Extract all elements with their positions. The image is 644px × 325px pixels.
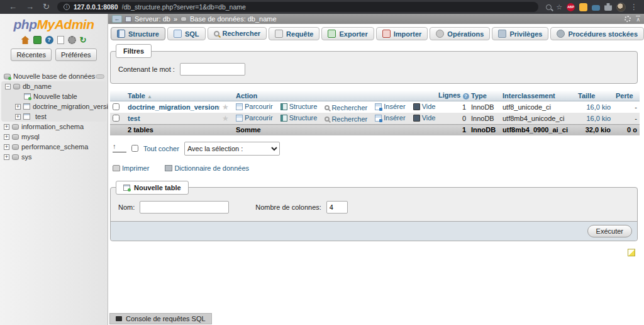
back-icon[interactable]: ←	[5, 0, 21, 14]
extension-icon-teal[interactable]	[592, 5, 600, 11]
size-link[interactable]: 16,0 kio	[586, 103, 611, 111]
bookmark-star-icon[interactable]: ☆	[556, 3, 562, 11]
column-header-table[interactable]: Table ▲	[125, 90, 219, 101]
adblock-extension-icon[interactable]: ABP	[567, 3, 575, 11]
tab-routines[interactable]: Procédures stockées	[550, 27, 644, 40]
site-info-icon[interactable]: i	[64, 4, 70, 10]
print-link[interactable]: Imprimer	[113, 164, 149, 172]
search-action[interactable]: Rechercher	[325, 115, 367, 123]
database-icon	[12, 134, 19, 140]
open-window-icon[interactable]	[628, 249, 635, 256]
new-table-legend: Nouvelle table	[116, 181, 189, 195]
column-header-size[interactable]: Taille	[575, 90, 613, 101]
tree-item-test[interactable]: + test	[1, 111, 106, 122]
columns-count-input[interactable]	[326, 201, 348, 214]
expand-expander-icon[interactable]: +	[4, 134, 9, 140]
tree-item-mysql[interactable]: + mysql	[0, 132, 108, 142]
help-icon[interactable]: ?	[463, 93, 469, 100]
column-header-overhead[interactable]: Perte	[613, 90, 640, 101]
tab-import[interactable]: Importer	[376, 27, 428, 40]
tree-item-information-schema[interactable]: + information_schema	[0, 122, 108, 132]
breadcrumb-server[interactable]: Serveur: db	[135, 15, 170, 23]
expand-expander-icon[interactable]: +	[4, 154, 9, 160]
column-header-rows[interactable]: Lignes ?	[436, 90, 469, 101]
extensions-puzzle-icon[interactable]	[604, 3, 612, 11]
tab-sql[interactable]: SQL	[167, 27, 206, 40]
sql-console-toggle[interactable]: Console de requêtes SQL	[109, 313, 212, 324]
column-header-collation[interactable]: Interclassement	[500, 90, 575, 101]
empty-action[interactable]: Vider	[413, 114, 436, 122]
recent-tables-button[interactable]: Récentes	[11, 48, 51, 61]
logout-icon[interactable]	[33, 36, 42, 44]
tree-item-new-table[interactable]: Nouvelle table	[1, 91, 106, 101]
info-icon[interactable]: ?	[45, 36, 53, 44]
check-all-checkbox[interactable]	[131, 145, 138, 152]
url-bar[interactable]: i 127.0.0.1:8080 /db_structure.php?serve…	[57, 2, 538, 12]
profile-avatar[interactable]	[616, 3, 626, 12]
extension-icon-yellow[interactable]	[579, 3, 587, 11]
tree-item-db-name[interactable]: − db_name	[1, 81, 106, 91]
insert-action[interactable]: Insérer	[375, 103, 405, 110]
column-header-type[interactable]: Type	[469, 90, 500, 101]
tree-item-doctrine-migration-versions[interactable]: + doctrine_migration_versions	[1, 101, 106, 111]
phpmyadmin-logo[interactable]: phpMyAdmin	[0, 14, 108, 32]
expand-expander-icon[interactable]: +	[4, 124, 9, 130]
forward-icon[interactable]: →	[22, 0, 38, 14]
browser-menu-icon[interactable]: ⋮	[630, 3, 638, 11]
sidebar-collapse-icon[interactable]	[96, 74, 104, 79]
reload-icon[interactable]: ↻	[39, 0, 53, 14]
favorite-tables-button[interactable]: Préférées	[55, 48, 97, 61]
tab-label: Procédures stockées	[568, 30, 638, 38]
browse-action[interactable]: Parcourir	[236, 114, 273, 122]
header-checkbox-col	[110, 90, 125, 101]
size-link[interactable]: 16,0 kio	[586, 115, 611, 122]
execute-button[interactable]: Exécuter	[587, 225, 632, 237]
with-selected-select[interactable]: Avec la sélection :	[184, 142, 280, 156]
empty-action[interactable]: Vider	[413, 103, 436, 110]
utility-links: Imprimer Dictionnaire de données	[113, 164, 638, 172]
structure-action[interactable]: Structure	[280, 103, 318, 110]
tab-bar: Structure SQL Rechercher Requête Exporte…	[108, 24, 644, 43]
expand-expander-icon[interactable]: +	[15, 104, 21, 110]
data-dictionary-link[interactable]: Dictionnaire de données	[165, 164, 249, 172]
tree-item-new-database[interactable]: Nouvelle base de données	[0, 71, 108, 81]
collapse-expander-icon[interactable]: −	[5, 84, 11, 89]
filter-word-input[interactable]	[180, 63, 245, 76]
scroll-top-icon[interactable]: ∧	[636, 16, 640, 23]
console-label: Console de requêtes SQL	[126, 315, 206, 322]
structure-action[interactable]: Structure	[280, 114, 318, 122]
table-name-link[interactable]: doctrine_migration_versions	[128, 103, 219, 111]
row-checkbox[interactable]	[113, 103, 119, 110]
browse-action[interactable]: Parcourir	[236, 103, 273, 110]
favorite-star-icon[interactable]: ★	[222, 114, 229, 123]
page-settings-gear-icon[interactable]	[625, 16, 631, 22]
row-checkbox[interactable]	[113, 115, 119, 122]
refresh-icon[interactable]: ↻	[80, 36, 87, 44]
expand-expander-icon[interactable]: +	[4, 144, 9, 150]
breadcrumb-database[interactable]: Base de données: db_name	[190, 15, 277, 23]
favorite-star-icon[interactable]: ★	[222, 103, 229, 111]
tab-privileges[interactable]: Privilèges	[492, 27, 548, 40]
structure-icon	[280, 103, 287, 110]
column-header-action: Action	[233, 90, 436, 101]
panel-toggle-icon[interactable]: ←	[112, 15, 122, 23]
home-icon[interactable]	[21, 36, 30, 44]
table-name-link[interactable]: test	[128, 115, 140, 122]
new-table-name-input[interactable]	[140, 201, 229, 214]
tab-search[interactable]: Rechercher	[208, 27, 267, 40]
check-all-label[interactable]: Tout cocher	[143, 145, 179, 152]
settings-gear-icon[interactable]	[68, 36, 76, 44]
documentation-icon[interactable]	[57, 36, 64, 44]
tab-label: Exporter	[339, 30, 367, 38]
tab-export[interactable]: Exporter	[321, 27, 374, 40]
tree-item-performance-schema[interactable]: + performance_schema	[0, 142, 108, 152]
tree-label: mysql	[21, 133, 40, 140]
tab-query[interactable]: Requête	[269, 27, 319, 40]
tree-item-sys[interactable]: + sys	[0, 152, 108, 162]
tab-structure[interactable]: Structure	[111, 27, 165, 40]
insert-action[interactable]: Insérer	[375, 114, 405, 122]
expand-expander-icon[interactable]: +	[15, 114, 21, 120]
zoom-icon[interactable]	[546, 4, 552, 10]
tab-operations[interactable]: Opérations	[430, 27, 490, 40]
search-action[interactable]: Rechercher	[325, 104, 367, 111]
